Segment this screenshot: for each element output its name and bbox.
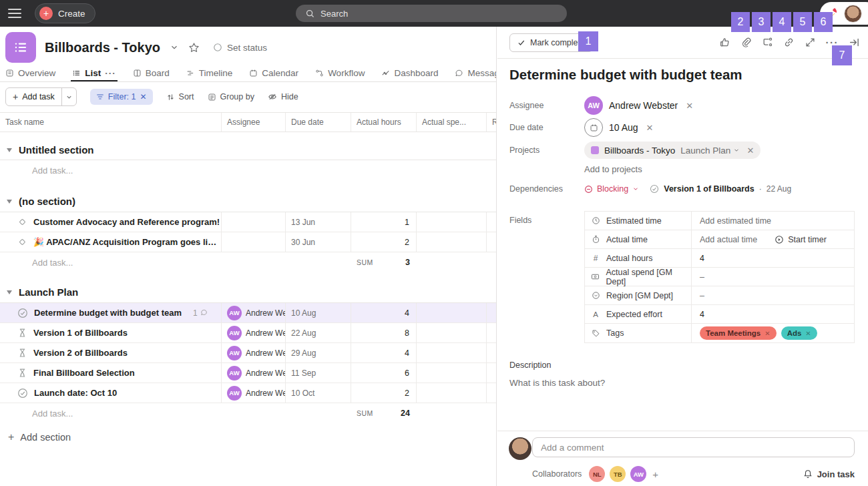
project-name[interactable]: Billboards - Tokyo [604,146,675,156]
tag-ads[interactable]: Ads✕ [781,326,817,340]
remove-tag-icon[interactable]: ✕ [765,330,770,337]
tab-calendar[interactable]: Calendar [249,65,298,81]
add-task-placeholder[interactable]: Add task... [0,160,497,180]
description-input[interactable]: What is this task about? [509,378,605,388]
collaborator-avatar[interactable]: TB [610,466,626,482]
add-task-placeholder[interactable]: Add task... [0,252,222,272]
task-row-selected[interactable]: Determine budget with budget team 1 AWAn… [0,303,497,323]
task-row[interactable]: Launch date: Oct 10 AWAndrew We... 10 Oc… [0,383,497,403]
tab-workflow[interactable]: Workflow [315,65,365,81]
star-icon[interactable] [188,42,200,53]
hourglass-icon[interactable] [17,348,27,358]
project-section-select[interactable]: Launch Plan [680,146,740,156]
join-task-button[interactable]: Join task [803,469,855,479]
column-actual-spend[interactable]: Actual spe... [417,113,487,132]
hourglass-icon[interactable] [17,328,27,338]
add-task-sum-row: Add task... SUM 3 [0,252,497,272]
section-collapse-icon[interactable] [7,290,12,294]
add-collaborator-icon[interactable]: + [652,469,658,480]
tab-board[interactable]: Board [133,65,170,81]
remove-tag-icon[interactable]: ✕ [805,330,811,337]
section-collapse-icon[interactable] [7,200,12,204]
clear-filter-icon[interactable]: ✕ [140,92,147,101]
section-collapse-icon[interactable] [7,148,12,152]
task-row[interactable]: Version 1 of Billboards AWAndrew We... 2… [0,323,497,343]
field-row-actual-spend[interactable]: Actual spend [GM Dept] – [585,268,854,286]
task-row[interactable]: Final Billboard Selection AWAndrew We...… [0,363,497,383]
column-due-date[interactable]: Due date [286,113,351,132]
project-list-icon[interactable] [5,32,36,63]
tab-dashboard[interactable]: Dashboard [381,65,438,81]
section-header-launch-plan[interactable]: Launch Plan [0,282,497,303]
column-region[interactable]: Reg [487,113,497,132]
chevron-down-icon[interactable] [170,43,179,52]
assignee-row: Assignee AW Andrew Webster ✕ [509,95,855,115]
comment-input[interactable] [532,437,855,457]
task-row[interactable]: Customer Advocacy and Reference program!… [0,212,497,232]
collaborator-avatar[interactable]: AW [630,466,646,482]
dependency-task-link[interactable]: Version 1 of Billboards · 22 Aug [650,184,791,194]
column-assignee[interactable]: Assignee [222,113,286,132]
approval-icon[interactable] [17,217,27,227]
field-row-actual-hours[interactable]: #Actual hours 4 [585,249,854,268]
more-options-icon[interactable]: ··· [826,39,839,46]
column-task-name[interactable]: Task name [0,113,222,132]
tab-list[interactable]: List ··· [72,65,116,81]
field-row-estimated-time[interactable]: Estimated time Add estimated time [585,212,854,230]
calendar-icon[interactable] [584,118,603,137]
remove-assignee-icon[interactable]: ✕ [686,101,693,111]
approval-icon[interactable] [17,237,27,247]
profile-avatar[interactable] [844,5,862,23]
task-detail-header: Mark complete ··· [497,27,868,59]
start-timer-button[interactable]: Start timer [775,235,827,244]
sort-button[interactable]: Sort [166,92,194,101]
hamburger-menu-icon[interactable] [8,9,21,18]
check-circle-icon[interactable] [17,308,28,318]
field-row-expected-effort[interactable]: AExpected effort 4 [585,305,854,324]
remove-project-icon[interactable]: ✕ [746,146,754,156]
section-header-no-section[interactable]: (no section) [0,191,497,212]
set-status-button[interactable]: Set status [213,43,267,53]
like-icon[interactable] [719,37,730,48]
filter-chip[interactable]: Filter: 1 ✕ [90,89,153,105]
field-row-actual-time[interactable]: Actual time Add actual time Start timer [585,230,854,249]
create-button[interactable]: + Create [35,3,95,23]
add-to-projects-link[interactable]: Add to projects [584,164,642,174]
column-actual-hours[interactable]: Actual hours [351,113,417,132]
tag-team-meetings[interactable]: Team Meetings✕ [700,326,777,340]
section-header-untitled[interactable]: Untitled section [0,140,497,160]
add-section-button[interactable]: + Add section [0,429,497,446]
group-by-button[interactable]: Group by [208,92,254,101]
subtasks-icon[interactable] [762,37,773,48]
copy-link-icon[interactable] [783,37,795,48]
field-row-region[interactable]: Region [GM Dept] – [585,286,854,305]
add-task-placeholder[interactable]: Add task... [0,403,222,423]
add-task-dropdown[interactable] [61,88,76,105]
plus-icon: + [39,7,53,20]
task-list: Untitled section Add task... (no section… [0,140,497,446]
collaborator-avatar[interactable]: NL [589,466,605,482]
assignee-name[interactable]: Andrew Webster [609,100,678,111]
dependency-type-select[interactable]: Blocking [584,184,639,194]
remove-due-date-icon[interactable]: ✕ [646,123,654,133]
list-tab-options-icon[interactable]: ··· [105,68,116,78]
tab-overview[interactable]: Overview [5,65,55,81]
comment-footer: Collaborators NL TB AW + Join task [497,431,868,486]
field-row-tags[interactable]: Tags Team Meetings✕ Ads✕ [585,324,854,342]
attachment-icon[interactable] [740,37,752,48]
avatar: AW [227,386,242,401]
hide-button[interactable]: Hide [268,92,298,101]
search-bar[interactable]: Search [296,5,567,22]
task-row[interactable]: 🎉 APAC/ANZ Acquisition Program goes live… [0,232,497,252]
fullscreen-icon[interactable] [805,37,816,48]
tab-timeline[interactable]: Timeline [186,65,233,81]
due-date-value[interactable]: 10 Aug [609,122,638,133]
add-task-button[interactable]: +Add task [5,87,77,106]
check-circle-icon[interactable] [17,388,28,399]
task-title[interactable]: Determine budget with budget team [509,67,855,83]
task-row[interactable]: Version 2 of Billboards AWAndrew We... 2… [0,343,497,363]
tab-messages[interactable]: Messages [455,65,497,81]
project-pill[interactable]: Billboards - Tokyo Launch Plan ✕ [584,142,761,159]
assignee-avatar[interactable]: AW [584,96,603,115]
hourglass-icon[interactable] [17,368,27,378]
